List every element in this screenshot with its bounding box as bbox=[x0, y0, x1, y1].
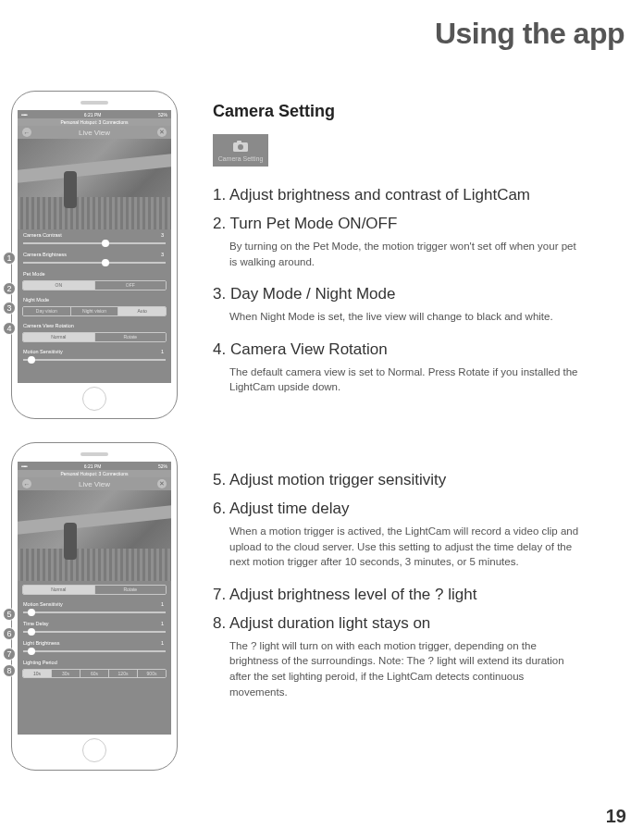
instr-3: 3. Day Mode / Night Mode bbox=[213, 284, 615, 305]
camera-live-view bbox=[18, 139, 171, 229]
instr-6: 6. Adjust time delay bbox=[213, 499, 615, 520]
instr-8-sub: The ? light will turn on with each motio… bbox=[229, 638, 581, 700]
row-petmode: Pet Mode bbox=[18, 268, 171, 278]
segment-rotation[interactable]: Normal Rotate bbox=[22, 332, 167, 342]
slider-motion[interactable] bbox=[23, 358, 166, 362]
page-title: Using the app bbox=[435, 17, 624, 51]
instr-3-sub: When Night Mode is set, the live view wi… bbox=[229, 309, 581, 325]
instr-4: 4. Camera View Rotation bbox=[213, 340, 615, 361]
content-block-1: Camera Setting Camera Setting 1. Adjust … bbox=[213, 102, 615, 402]
segment-petmode[interactable]: ON OFF bbox=[22, 280, 167, 290]
row-nightmode: Night Mode bbox=[18, 294, 171, 304]
instr-2: 2. Turn Pet Mode ON/OFF bbox=[213, 214, 615, 235]
close-icon[interactable]: ✕ bbox=[157, 128, 167, 137]
label-petmode: Pet Mode bbox=[23, 271, 45, 277]
phone-screen-1: 6:21 PM 52% Personal Hotspot: 3 Connecti… bbox=[18, 110, 171, 383]
row-motion-2: Motion Sensitivity 1 bbox=[18, 599, 171, 609]
screen-title: Live View bbox=[79, 129, 110, 137]
callout-badge-1: 1 bbox=[3, 252, 16, 265]
value-motion: 1 bbox=[161, 349, 164, 354]
signal-dots-icon bbox=[21, 463, 27, 469]
status-battery: 52% bbox=[158, 463, 167, 469]
seg-rotate-2[interactable]: Rotate bbox=[94, 586, 167, 594]
phone-screen-2: 6:21 PM 52% Personal Hotspot: 3 Connecti… bbox=[18, 462, 171, 735]
row-timedelay: Time Delay 1 bbox=[18, 618, 171, 628]
status-time: 6:21 PM bbox=[84, 112, 102, 117]
seg-120s[interactable]: 120s bbox=[108, 670, 137, 677]
instr-8: 8. Adjust duration light stays on bbox=[213, 613, 615, 635]
home-button[interactable] bbox=[82, 738, 106, 762]
label-timedelay: Time Delay bbox=[23, 621, 49, 626]
back-icon[interactable]: ← bbox=[22, 479, 31, 488]
svg-rect-1 bbox=[237, 141, 241, 143]
value-lightbright: 1 bbox=[161, 640, 164, 646]
label-brightness: Camera Brightness bbox=[23, 252, 67, 257]
signal-dots-icon bbox=[21, 112, 27, 117]
label-lightbright: Light Brightness bbox=[23, 640, 59, 646]
seg-night[interactable]: Night vision bbox=[70, 307, 118, 315]
callout-badge-8: 8 bbox=[3, 664, 16, 677]
svg-point-2 bbox=[238, 144, 243, 150]
label-contrast: Camera Contrast bbox=[23, 232, 62, 238]
phone-mockup-2: 6:21 PM 52% Personal Hotspot: 3 Connecti… bbox=[11, 442, 178, 771]
slider-motion-2[interactable] bbox=[23, 611, 166, 614]
phone-mockup-1: 6:21 PM 52% Personal Hotspot: 3 Connecti… bbox=[11, 91, 178, 419]
close-icon[interactable]: ✕ bbox=[157, 479, 167, 488]
title-bar: ← Live View ✕ bbox=[18, 126, 171, 139]
value-motion-2: 1 bbox=[161, 601, 164, 607]
instr-5: 5. Adjust motion trigger sensitivity bbox=[213, 470, 615, 491]
label-motion-2: Motion Sensitivity bbox=[23, 601, 63, 607]
seg-10s[interactable]: 10s bbox=[23, 670, 51, 677]
seg-auto[interactable]: Auto bbox=[117, 307, 166, 315]
callout-badge-5: 5 bbox=[3, 608, 16, 621]
camera-setting-tile: Camera Setting bbox=[213, 134, 268, 167]
row-motion: Motion Sensitivity 1 bbox=[18, 346, 171, 356]
slider-lightbright[interactable] bbox=[23, 649, 166, 653]
instr-2-sub: By turning on the Pet Mode, the motion t… bbox=[229, 239, 581, 269]
seg-30s[interactable]: 30s bbox=[51, 670, 80, 677]
status-battery: 52% bbox=[158, 112, 167, 117]
seg-normal[interactable]: Normal bbox=[23, 333, 94, 341]
section-title: Camera Setting bbox=[213, 102, 615, 121]
seg-60s[interactable]: 60s bbox=[80, 670, 108, 677]
status-time: 6:21 PM bbox=[84, 463, 102, 469]
seg-petmode-off[interactable]: OFF bbox=[94, 281, 167, 290]
hotspot-bar: Personal Hotspot: 3 Connections bbox=[18, 470, 171, 477]
camera-icon bbox=[232, 140, 249, 153]
seg-rotate[interactable]: Rotate bbox=[94, 333, 167, 341]
instr-4-sub: The default camera view is set to Normal… bbox=[229, 364, 581, 395]
settings-panel-2: Normal Rotate Motion Sensitivity 1 Time … bbox=[18, 585, 171, 678]
screen-title: Live View bbox=[79, 480, 110, 488]
seg-day[interactable]: Day vision bbox=[23, 307, 70, 315]
label-lightperiod: Lighting Period bbox=[23, 660, 57, 665]
seg-900s[interactable]: 900s bbox=[137, 670, 166, 677]
home-button[interactable] bbox=[82, 387, 106, 411]
phone-speaker bbox=[80, 101, 108, 105]
content-block-2: 5. Adjust motion trigger sensitivity 6. … bbox=[213, 470, 615, 707]
label-nightmode: Night Mode bbox=[23, 297, 49, 303]
callout-badge-6: 6 bbox=[3, 627, 16, 640]
segment-lightperiod[interactable]: 10s 30s 60s 120s 900s bbox=[22, 669, 167, 678]
value-brightness: 3 bbox=[161, 252, 164, 257]
back-icon[interactable]: ← bbox=[22, 128, 31, 137]
seg-petmode-on[interactable]: ON bbox=[23, 281, 94, 290]
label-rotation: Camera View Rotation bbox=[23, 323, 74, 328]
camera-live-view bbox=[18, 490, 171, 581]
page-number: 19 bbox=[606, 806, 626, 827]
callout-badge-3: 3 bbox=[3, 302, 16, 315]
slider-contrast[interactable] bbox=[23, 241, 166, 245]
title-bar: ← Live View ✕ bbox=[18, 477, 171, 490]
instr-1: 1. Adjust brightness and contrast of Lig… bbox=[213, 185, 615, 206]
slider-timedelay[interactable] bbox=[23, 630, 166, 634]
seg-normal-2[interactable]: Normal bbox=[23, 586, 94, 594]
hotspot-bar: Personal Hotspot: 3 Connections bbox=[18, 118, 171, 126]
segment-nightmode[interactable]: Day vision Night vision Auto bbox=[22, 306, 167, 316]
slider-brightness[interactable] bbox=[23, 261, 166, 265]
instr-6-sub: When a motion trigger is actived, the Li… bbox=[229, 524, 581, 570]
callout-badge-2: 2 bbox=[3, 282, 16, 295]
settings-panel-1: Camera Contrast 3 Camera Brightness 3 Pe… bbox=[18, 229, 171, 362]
segment-rotation-2[interactable]: Normal Rotate bbox=[22, 585, 167, 595]
row-lightbright: Light Brightness 1 bbox=[18, 637, 171, 648]
status-bar: 6:21 PM 52% bbox=[18, 462, 171, 470]
value-contrast: 3 bbox=[161, 232, 164, 238]
